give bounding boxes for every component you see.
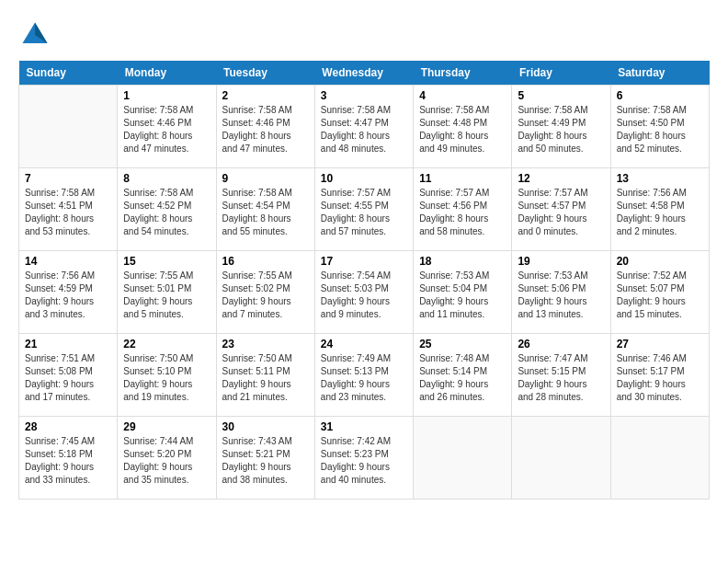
day-number: 7 <box>25 172 111 185</box>
day-info: Sunrise: 7:46 AM Sunset: 5:17 PM Dayligh… <box>617 352 703 404</box>
day-number: 31 <box>321 420 407 433</box>
day-info: Sunrise: 7:49 AM Sunset: 5:13 PM Dayligh… <box>321 352 407 404</box>
calendar-cell: 16Sunrise: 7:55 AM Sunset: 5:02 PM Dayli… <box>216 251 314 334</box>
calendar-week-row: 7Sunrise: 7:58 AM Sunset: 4:51 PM Daylig… <box>19 168 710 251</box>
page-header <box>18 18 710 52</box>
day-info: Sunrise: 7:58 AM Sunset: 4:51 PM Dayligh… <box>25 187 111 238</box>
calendar-cell: 21Sunrise: 7:51 AM Sunset: 5:08 PM Dayli… <box>19 334 118 417</box>
day-info: Sunrise: 7:58 AM Sunset: 4:54 PM Dayligh… <box>222 187 309 238</box>
day-info: Sunrise: 7:50 AM Sunset: 5:11 PM Dayligh… <box>222 352 309 404</box>
calendar-cell: 2Sunrise: 7:58 AM Sunset: 4:46 PM Daylig… <box>216 86 314 168</box>
calendar-cell: 20Sunrise: 7:52 AM Sunset: 5:07 PM Dayli… <box>610 251 709 334</box>
day-info: Sunrise: 7:57 AM Sunset: 4:57 PM Dayligh… <box>518 187 604 238</box>
calendar-header-sunday: Sunday <box>19 61 118 86</box>
day-info: Sunrise: 7:58 AM Sunset: 4:49 PM Dayligh… <box>518 104 604 155</box>
day-info: Sunrise: 7:53 AM Sunset: 5:04 PM Dayligh… <box>419 270 506 321</box>
day-info: Sunrise: 7:52 AM Sunset: 5:07 PM Dayligh… <box>617 270 703 321</box>
day-info: Sunrise: 7:58 AM Sunset: 4:48 PM Dayligh… <box>419 104 506 155</box>
calendar-cell: 23Sunrise: 7:50 AM Sunset: 5:11 PM Dayli… <box>216 334 314 417</box>
calendar-cell <box>610 417 709 500</box>
day-info: Sunrise: 7:54 AM Sunset: 5:03 PM Dayligh… <box>321 270 407 321</box>
day-number: 29 <box>123 420 210 433</box>
calendar-cell: 22Sunrise: 7:50 AM Sunset: 5:10 PM Dayli… <box>118 334 216 417</box>
calendar-header-monday: Monday <box>118 61 216 86</box>
logo <box>18 18 55 52</box>
calendar-cell: 15Sunrise: 7:55 AM Sunset: 5:01 PM Dayli… <box>118 251 216 334</box>
day-number: 23 <box>222 338 309 350</box>
day-info: Sunrise: 7:53 AM Sunset: 5:06 PM Dayligh… <box>518 270 604 321</box>
calendar-header-row: SundayMondayTuesdayWednesdayThursdayFrid… <box>19 61 710 86</box>
day-number: 5 <box>518 89 604 102</box>
calendar-cell: 29Sunrise: 7:44 AM Sunset: 5:20 PM Dayli… <box>118 417 216 500</box>
day-number: 28 <box>25 420 111 433</box>
day-number: 21 <box>25 338 111 350</box>
calendar-cell: 25Sunrise: 7:48 AM Sunset: 5:14 PM Dayli… <box>414 334 512 417</box>
calendar-cell: 14Sunrise: 7:56 AM Sunset: 4:59 PM Dayli… <box>19 251 118 334</box>
calendar-cell: 13Sunrise: 7:56 AM Sunset: 4:58 PM Dayli… <box>610 168 709 251</box>
calendar-cell <box>19 86 118 168</box>
day-info: Sunrise: 7:55 AM Sunset: 5:02 PM Dayligh… <box>222 270 309 321</box>
day-number: 26 <box>518 338 604 350</box>
day-info: Sunrise: 7:56 AM Sunset: 4:59 PM Dayligh… <box>25 270 111 321</box>
day-number: 8 <box>123 172 210 185</box>
day-info: Sunrise: 7:58 AM Sunset: 4:46 PM Dayligh… <box>222 104 309 155</box>
calendar-cell: 12Sunrise: 7:57 AM Sunset: 4:57 PM Dayli… <box>512 168 610 251</box>
calendar-week-row: 1Sunrise: 7:58 AM Sunset: 4:46 PM Daylig… <box>19 86 710 168</box>
day-info: Sunrise: 7:58 AM Sunset: 4:46 PM Dayligh… <box>123 104 210 155</box>
calendar-cell: 31Sunrise: 7:42 AM Sunset: 5:23 PM Dayli… <box>314 417 413 500</box>
calendar-week-row: 21Sunrise: 7:51 AM Sunset: 5:08 PM Dayli… <box>19 334 710 417</box>
day-info: Sunrise: 7:57 AM Sunset: 4:55 PM Dayligh… <box>321 187 407 238</box>
calendar-cell: 5Sunrise: 7:58 AM Sunset: 4:49 PM Daylig… <box>512 86 610 168</box>
day-number: 22 <box>123 338 210 350</box>
day-number: 25 <box>419 338 506 350</box>
calendar-cell: 19Sunrise: 7:53 AM Sunset: 5:06 PM Dayli… <box>512 251 610 334</box>
day-number: 13 <box>617 172 703 185</box>
day-info: Sunrise: 7:44 AM Sunset: 5:20 PM Dayligh… <box>123 435 210 487</box>
calendar-cell: 7Sunrise: 7:58 AM Sunset: 4:51 PM Daylig… <box>19 168 118 251</box>
calendar-cell: 1Sunrise: 7:58 AM Sunset: 4:46 PM Daylig… <box>118 86 216 168</box>
calendar-cell: 17Sunrise: 7:54 AM Sunset: 5:03 PM Dayli… <box>314 251 413 334</box>
day-number: 15 <box>123 255 210 268</box>
calendar-cell <box>414 417 512 500</box>
calendar-week-row: 28Sunrise: 7:45 AM Sunset: 5:18 PM Dayli… <box>19 417 710 500</box>
day-number: 3 <box>321 89 407 102</box>
day-number: 12 <box>518 172 604 185</box>
calendar-cell: 4Sunrise: 7:58 AM Sunset: 4:48 PM Daylig… <box>414 86 512 168</box>
day-info: Sunrise: 7:43 AM Sunset: 5:21 PM Dayligh… <box>222 435 309 487</box>
day-number: 27 <box>617 338 703 350</box>
calendar: SundayMondayTuesdayWednesdayThursdayFrid… <box>18 61 710 500</box>
calendar-cell: 30Sunrise: 7:43 AM Sunset: 5:21 PM Dayli… <box>216 417 314 500</box>
day-info: Sunrise: 7:48 AM Sunset: 5:14 PM Dayligh… <box>419 352 506 404</box>
day-info: Sunrise: 7:42 AM Sunset: 5:23 PM Dayligh… <box>321 435 407 487</box>
day-number: 20 <box>617 255 703 268</box>
day-info: Sunrise: 7:58 AM Sunset: 4:47 PM Dayligh… <box>321 104 407 155</box>
day-number: 17 <box>321 255 407 268</box>
day-number: 2 <box>222 89 309 102</box>
day-number: 16 <box>222 255 309 268</box>
day-info: Sunrise: 7:47 AM Sunset: 5:15 PM Dayligh… <box>518 352 604 404</box>
day-number: 1 <box>123 89 210 102</box>
day-info: Sunrise: 7:58 AM Sunset: 4:52 PM Dayligh… <box>123 187 210 238</box>
day-number: 10 <box>321 172 407 185</box>
logo-icon <box>18 18 51 52</box>
day-number: 30 <box>222 420 309 433</box>
day-info: Sunrise: 7:51 AM Sunset: 5:08 PM Dayligh… <box>25 352 111 404</box>
calendar-cell: 10Sunrise: 7:57 AM Sunset: 4:55 PM Dayli… <box>314 168 413 251</box>
calendar-cell: 11Sunrise: 7:57 AM Sunset: 4:56 PM Dayli… <box>414 168 512 251</box>
calendar-cell: 6Sunrise: 7:58 AM Sunset: 4:50 PM Daylig… <box>610 86 709 168</box>
day-info: Sunrise: 7:55 AM Sunset: 5:01 PM Dayligh… <box>123 270 210 321</box>
calendar-cell: 18Sunrise: 7:53 AM Sunset: 5:04 PM Dayli… <box>414 251 512 334</box>
calendar-header-saturday: Saturday <box>610 61 709 86</box>
day-number: 24 <box>321 338 407 350</box>
day-number: 11 <box>419 172 506 185</box>
calendar-cell: 3Sunrise: 7:58 AM Sunset: 4:47 PM Daylig… <box>314 86 413 168</box>
calendar-header-friday: Friday <box>512 61 610 86</box>
calendar-cell: 26Sunrise: 7:47 AM Sunset: 5:15 PM Dayli… <box>512 334 610 417</box>
day-info: Sunrise: 7:45 AM Sunset: 5:18 PM Dayligh… <box>25 435 111 487</box>
day-number: 9 <box>222 172 309 185</box>
day-number: 6 <box>617 89 703 102</box>
calendar-header-wednesday: Wednesday <box>314 61 413 86</box>
calendar-header-tuesday: Tuesday <box>216 61 314 86</box>
calendar-header-thursday: Thursday <box>414 61 512 86</box>
calendar-cell: 24Sunrise: 7:49 AM Sunset: 5:13 PM Dayli… <box>314 334 413 417</box>
